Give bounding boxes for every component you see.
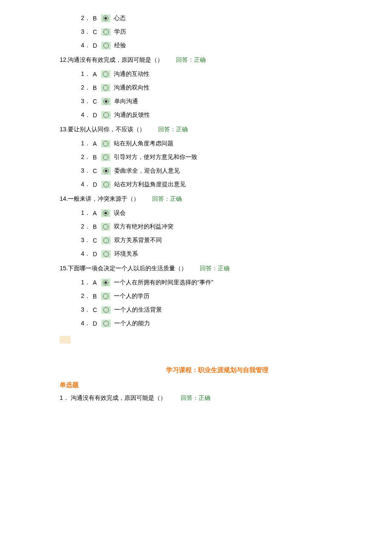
svg-point-10 xyxy=(103,155,108,160)
question-number: 15. xyxy=(60,265,68,272)
option-text: 委曲求全，迎合别人意见 xyxy=(114,167,180,175)
svg-point-4 xyxy=(103,72,108,77)
option-letter: D xyxy=(93,181,97,188)
option-number: 3． xyxy=(81,167,90,175)
option-letter: B xyxy=(93,293,97,300)
option-text: 站在别人角度考虑问题 xyxy=(114,140,173,147)
radio-icon[interactable] xyxy=(101,14,110,22)
option-letter: D xyxy=(93,42,97,49)
option-letter: B xyxy=(93,223,97,230)
option-number: 4． xyxy=(81,42,90,49)
option-number: 4． xyxy=(81,111,90,119)
svg-point-7 xyxy=(105,100,107,103)
options-list: 1．A站在别人角度考虑问题2．B引导对方，使对方意见和你一致3．C委曲求全，迎合… xyxy=(60,140,375,188)
answer-status: 回答：正确 xyxy=(200,265,230,272)
svg-point-9 xyxy=(103,141,108,146)
radio-icon[interactable] xyxy=(101,237,111,244)
radio-icon[interactable] xyxy=(101,111,111,119)
course-title: 学习课程：职业生涯规划与自我管理 xyxy=(60,366,375,374)
questions-container: 12.沟通没有有效完成，原因可能是（）回答：正确1．A沟通的互动性2．B沟通的双… xyxy=(60,55,375,327)
section-header: 单选题 xyxy=(60,381,375,389)
option-letter: D xyxy=(93,112,97,119)
question-text: 一般来讲，冲突来源于（） xyxy=(68,195,139,202)
svg-point-17 xyxy=(104,238,109,243)
question-text: 沟通没有有效完成，原因可能是（） xyxy=(71,394,166,401)
option-number: 2． xyxy=(81,84,90,92)
question-number: 1． xyxy=(60,394,69,401)
radio-icon[interactable] xyxy=(101,320,111,327)
option-letter: A xyxy=(93,140,97,147)
radio-icon[interactable] xyxy=(101,153,110,161)
radio-icon[interactable] xyxy=(101,223,110,231)
option-number: 3． xyxy=(81,98,90,105)
question-stem: 1． 沟通没有有效完成，原因可能是（） 回答：正确 xyxy=(60,393,375,402)
svg-point-15 xyxy=(104,212,107,214)
svg-point-20 xyxy=(104,281,107,284)
answer-status: 回答：正确 xyxy=(152,195,182,202)
radio-icon[interactable] xyxy=(101,306,111,314)
option-number: 1． xyxy=(81,279,90,286)
decorative-box xyxy=(60,336,71,344)
svg-point-22 xyxy=(104,307,109,312)
partial-top-options: 2．B心态3．C学历4．D经验 xyxy=(60,14,375,49)
radio-icon[interactable] xyxy=(101,28,111,36)
radio-icon[interactable] xyxy=(101,140,110,147)
option-letter: B xyxy=(93,84,97,91)
option-number: 3． xyxy=(81,306,90,314)
radio-icon[interactable] xyxy=(101,42,111,49)
radio-icon[interactable] xyxy=(101,279,110,286)
option-number: 3． xyxy=(81,237,90,244)
option-number: 2． xyxy=(81,223,90,231)
option-item: 1．A一个人在所拥有的时间里选择的“事件” xyxy=(81,279,375,286)
options-list: 1．A沟通的互动性2．B沟通的双向性3．C单向沟通4．D沟通的反馈性 xyxy=(60,70,375,119)
option-number: 2． xyxy=(81,292,90,300)
option-letter: C xyxy=(93,29,97,35)
option-text: 沟通的互动性 xyxy=(114,70,150,78)
option-item: 1．A沟通的互动性 xyxy=(81,70,375,78)
svg-point-12 xyxy=(105,170,107,172)
svg-point-5 xyxy=(103,85,108,90)
option-letter: A xyxy=(93,71,97,78)
radio-icon[interactable] xyxy=(101,209,110,217)
option-text: 单向沟通 xyxy=(114,98,138,105)
question-text: 下面哪一项会决定一个人以后的生活质量（） xyxy=(68,265,187,272)
svg-point-23 xyxy=(104,321,109,326)
option-item: 1．A误会 xyxy=(81,209,375,217)
question-stem: 13.要让别人认同你，不应该（）回答：正确 xyxy=(60,125,375,134)
radio-icon[interactable] xyxy=(101,84,110,92)
option-number: 3． xyxy=(81,28,90,36)
radio-icon[interactable] xyxy=(101,167,111,175)
option-text: 经验 xyxy=(114,42,126,49)
option-number: 4． xyxy=(81,181,90,188)
options-list: 1．A误会2．B双方有绝对的利益冲突3．C双方关系背景不同4．D环境关系 xyxy=(60,209,375,258)
question-text: 要让别人认同你，不应该（） xyxy=(68,126,145,133)
radio-icon[interactable] xyxy=(101,181,111,188)
svg-point-3 xyxy=(104,43,109,48)
option-number: 1． xyxy=(81,140,90,147)
option-letter: B xyxy=(93,15,97,22)
option-text: 双方关系背景不同 xyxy=(114,237,162,244)
option-number: 2． xyxy=(81,153,90,161)
svg-point-13 xyxy=(104,182,109,187)
option-item: 1．A站在别人角度考虑问题 xyxy=(81,140,375,147)
question-text: 沟通没有有效完成，原因可能是（） xyxy=(68,56,163,63)
option-letter: D xyxy=(93,320,97,327)
radio-icon[interactable] xyxy=(101,98,111,105)
radio-icon[interactable] xyxy=(101,250,111,258)
option-number: 2． xyxy=(81,14,90,22)
option-item: 3．C单向沟通 xyxy=(81,98,375,105)
svg-point-1 xyxy=(104,17,107,20)
option-text: 一个人的能力 xyxy=(114,320,150,327)
radio-icon[interactable] xyxy=(101,70,110,78)
option-item: 4．D站在对方利益角度提出意见 xyxy=(81,181,375,188)
option-item: 2．B沟通的双向性 xyxy=(81,84,375,92)
option-letter: C xyxy=(93,306,97,313)
option-item: 3．C双方关系背景不同 xyxy=(81,237,375,244)
answer-status: 回答：正确 xyxy=(176,56,206,63)
option-text: 双方有绝对的利益冲突 xyxy=(114,223,173,231)
option-item: 3．C委曲求全，迎合别人意见 xyxy=(81,167,375,175)
option-text: 环境关系 xyxy=(114,250,138,258)
option-text: 一个人在所拥有的时间里选择的“事件” xyxy=(114,279,213,286)
question-stem: 14.一般来讲，冲突来源于（）回答：正确 xyxy=(60,194,375,203)
radio-icon[interactable] xyxy=(101,292,110,300)
